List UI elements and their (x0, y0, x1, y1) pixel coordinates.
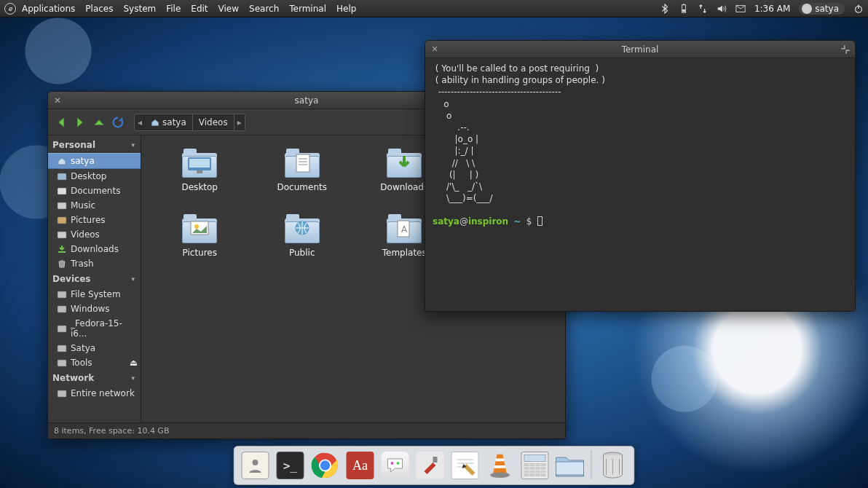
svg-rect-12 (58, 326, 66, 332)
home-icon (57, 156, 67, 166)
svg-point-34 (397, 462, 400, 465)
svg-rect-2 (682, 9, 685, 12)
svg-rect-8 (58, 217, 66, 224)
menu-system[interactable]: System (123, 4, 156, 14)
volume-icon[interactable] (717, 4, 727, 14)
sidebar-section-devices[interactable]: Devices▾ (48, 271, 141, 287)
file-manager-statusbar: 8 items, Free space: 10.4 GB (48, 422, 565, 438)
music-icon (57, 200, 67, 210)
dictionary-app[interactable]: Aa (345, 450, 376, 481)
trash-app[interactable] (598, 450, 628, 481)
sidebar-item-satya[interactable]: satya (48, 153, 141, 169)
path-segment-home[interactable]: satya (145, 114, 193, 130)
svg-rect-18 (197, 170, 202, 173)
sidebar-item-file-system[interactable]: File System (48, 287, 141, 302)
path-bar: ◂ satya Videos ▸ (134, 114, 245, 131)
sidebar-item-desktop[interactable]: Desktop (48, 169, 141, 184)
clock[interactable]: 1:36 AM (754, 4, 790, 14)
sidebar-item-music[interactable]: Music (48, 198, 141, 213)
sidebar-item-pictures[interactable]: Pictures (48, 213, 141, 227)
refresh-button[interactable] (111, 115, 125, 130)
dock-separator (591, 450, 592, 479)
dock: >_Aa (234, 446, 635, 485)
calculator-app[interactable] (520, 450, 551, 481)
menu-view[interactable]: View (218, 4, 239, 14)
trash-icon (57, 259, 67, 269)
sidebar-section-personal[interactable]: Personal▾ (48, 137, 141, 153)
folder-icon (387, 149, 422, 178)
battery-icon[interactable] (679, 4, 689, 14)
menu-places[interactable]: Places (85, 4, 113, 14)
sidebar-item-downloads[interactable]: Downloads (48, 242, 141, 256)
folder-documents[interactable]: Documents (259, 149, 346, 214)
svg-rect-17 (189, 159, 210, 168)
svg-rect-7 (58, 202, 66, 209)
user-avatar-icon (802, 4, 812, 14)
sidebar-item-windows[interactable]: Windows (48, 302, 141, 316)
folder-pictures[interactable]: Pictures (156, 214, 243, 280)
menu-applications[interactable]: Applications (22, 4, 75, 14)
video-icon (57, 229, 67, 240)
svg-rect-10 (58, 291, 66, 298)
chrome-app[interactable] (310, 450, 341, 481)
window-title: Terminal (425, 44, 855, 55)
maximize-icon[interactable] (840, 44, 851, 55)
svg-point-28 (253, 460, 259, 465)
folder-icon (182, 149, 217, 178)
menu-terminal[interactable]: Terminal (289, 4, 326, 14)
power-icon[interactable] (853, 4, 864, 14)
path-segment-current[interactable]: Videos (193, 114, 234, 130)
utilities-app[interactable] (415, 450, 446, 481)
network-icon[interactable] (698, 4, 708, 14)
folder-desktop[interactable]: Desktop (156, 149, 243, 214)
terminal-app[interactable]: >_ (275, 450, 306, 481)
menu-search[interactable]: Search (249, 4, 279, 14)
terminal-output[interactable]: ( You'll be called to a post requiring )… (425, 58, 855, 311)
menu-file[interactable]: File (166, 4, 181, 14)
vlc-app[interactable] (485, 450, 516, 481)
collapse-icon: ▾ (131, 374, 135, 382)
sidebar-item--fedora-15-i6-[interactable]: _Fedora-15-i6... (48, 316, 141, 341)
close-icon[interactable]: ✕ (52, 95, 63, 106)
sidebar-item-videos[interactable]: Videos (48, 227, 141, 242)
gedit-app[interactable] (450, 450, 481, 481)
bluetooth-icon[interactable] (660, 4, 670, 14)
svg-point-21 (194, 224, 199, 229)
svg-rect-14 (58, 360, 66, 366)
user-menu[interactable]: satya (799, 3, 845, 15)
document-icon (57, 186, 67, 196)
collapse-icon: ▾ (131, 141, 135, 149)
file-manager-sidebar: Personal▾satyaDesktopDocumentsMusicPictu… (48, 135, 141, 422)
sidebar-item-trash[interactable]: Trash (48, 256, 141, 271)
folder-public[interactable]: Public (259, 214, 346, 280)
files-app[interactable] (555, 450, 585, 481)
folder-icon (285, 214, 320, 243)
nav-up-button[interactable] (92, 115, 106, 130)
sidebar-item-documents[interactable]: Documents (48, 184, 141, 198)
sidebar-section-network[interactable]: Network▾ (48, 370, 141, 386)
nav-forward-button[interactable] (73, 115, 87, 130)
close-icon[interactable]: ✕ (430, 44, 440, 55)
mail-icon[interactable] (735, 4, 746, 14)
pidgin-app[interactable] (380, 450, 411, 481)
contacts-app[interactable] (240, 450, 271, 481)
eject-icon[interactable]: ⏏ (130, 358, 138, 368)
menu-edit[interactable]: Edit (191, 4, 208, 14)
svg-rect-1 (683, 4, 685, 4)
sidebar-item-entire-network[interactable]: Entire network (48, 386, 141, 401)
drive-icon (57, 304, 67, 314)
distro-logo-icon[interactable]: e (4, 3, 16, 15)
nav-back-button[interactable] (54, 115, 68, 130)
network-icon (57, 388, 67, 398)
menu-help[interactable]: Help (336, 4, 356, 14)
svg-rect-13 (58, 345, 66, 352)
system-tray: 1:36 AM satya (660, 3, 864, 15)
global-menu: ApplicationsPlacesSystemFileEditViewSear… (22, 4, 356, 14)
collapse-icon: ▾ (131, 275, 135, 283)
path-fwd-chevron-icon[interactable]: ▸ (234, 117, 245, 127)
terminal-titlebar[interactable]: ✕ Terminal (425, 41, 855, 58)
sidebar-item-satya[interactable]: Satya (48, 341, 141, 355)
path-back-chevron-icon[interactable]: ◂ (135, 117, 145, 127)
sidebar-item-tools[interactable]: Tools⏏ (48, 355, 141, 370)
terminal-window: ✕ Terminal ( You'll be called to a post … (425, 40, 856, 312)
